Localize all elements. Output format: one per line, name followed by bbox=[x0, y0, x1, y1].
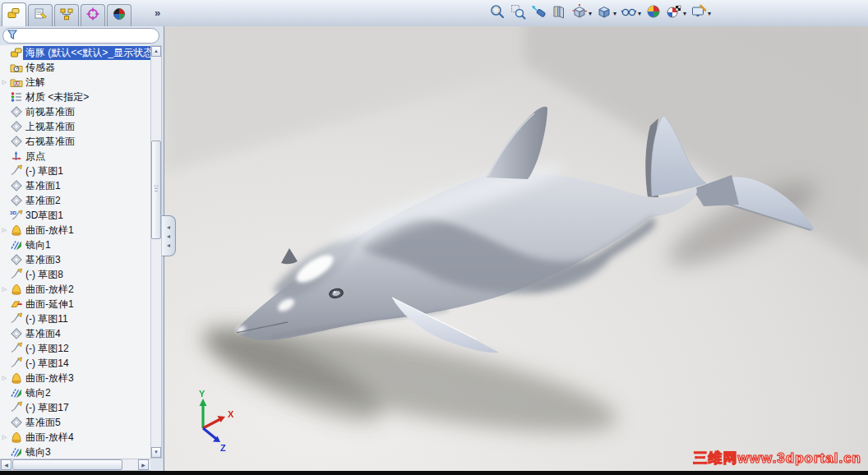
vertical-scroll-thumb[interactable] bbox=[151, 141, 161, 239]
tree-item[interactable]: ▷曲面-放样4 bbox=[0, 430, 151, 445]
tree-item[interactable]: 基准面1 bbox=[0, 178, 151, 193]
tree-item[interactable]: 材质 <未指定> bbox=[0, 90, 151, 104]
tree-item-label: 注解 bbox=[23, 76, 45, 90]
dropdown-arrow-icon[interactable]: ▾ bbox=[683, 10, 686, 17]
tree-item[interactable]: ▷曲面-放样2 bbox=[0, 282, 151, 297]
tree-item-label: 传感器 bbox=[23, 61, 55, 75]
feature-manager-panel: 海豚 (默认<<默认>_显示状态 传感器▷A注解材质 <未指定>前视基准面上视基… bbox=[0, 26, 164, 471]
tree-item[interactable]: 基准面5 bbox=[0, 415, 151, 430]
mirror-icon bbox=[9, 238, 23, 251]
tree-item-label: (-) 草图11 bbox=[23, 312, 68, 326]
tree-item[interactable]: (-) 草图1 bbox=[0, 164, 151, 178]
collapse-arrow-icon: ◄ bbox=[166, 233, 172, 239]
dropdown-arrow-icon[interactable]: ▾ bbox=[589, 10, 592, 17]
mirror-icon bbox=[9, 445, 23, 459]
tree-item[interactable]: (-) 草图11 bbox=[0, 311, 151, 326]
hide-show-items-button[interactable]: ▾ bbox=[620, 3, 642, 23]
tree-item-label: (-) 草图12 bbox=[23, 342, 69, 356]
loft-icon bbox=[9, 371, 23, 385]
scroll-right-button[interactable]: ▶ bbox=[138, 459, 149, 470]
tree-item[interactable]: 曲面-延伸1 bbox=[0, 297, 151, 311]
tree-item[interactable]: 3D3D草图1 bbox=[0, 208, 151, 223]
display-style-icon bbox=[596, 3, 612, 23]
tree-item[interactable]: 传感器 bbox=[0, 60, 151, 75]
zoom-area-button[interactable] bbox=[509, 3, 527, 23]
view-orientation-button[interactable]: ▾ bbox=[570, 3, 593, 23]
expand-arrow[interactable]: ▷ bbox=[0, 434, 9, 440]
plane-icon bbox=[9, 105, 23, 118]
tree-item[interactable]: (-) 草图8 bbox=[0, 267, 151, 282]
display-style-button[interactable]: ▾ bbox=[595, 3, 617, 23]
tree-item[interactable]: (-) 草图14 bbox=[0, 356, 151, 371]
configuration-manager-icon bbox=[59, 7, 74, 25]
dropdown-arrow-icon[interactable]: ▾ bbox=[638, 10, 641, 17]
filter-funnel-icon bbox=[7, 29, 18, 44]
tree-item[interactable]: ▷曲面-放样3 bbox=[0, 371, 151, 385]
window-bottom-edge bbox=[0, 471, 868, 475]
tree-horizontal-scrollbar[interactable]: ◀ ▶ bbox=[0, 459, 151, 471]
svg-text:3D: 3D bbox=[10, 210, 16, 215]
material-icon bbox=[9, 90, 23, 104]
previous-view-button[interactable] bbox=[529, 3, 547, 23]
tree-item[interactable]: 基准面3 bbox=[0, 252, 151, 267]
tree-item[interactable]: (-) 草图17 bbox=[0, 400, 151, 415]
tab-property-manager[interactable] bbox=[28, 4, 53, 26]
tree-filter-input[interactable] bbox=[18, 30, 159, 43]
tab-display-manager[interactable] bbox=[107, 4, 132, 26]
tree-item-label: 材质 <未指定> bbox=[23, 90, 89, 104]
edit-appearance-icon bbox=[690, 3, 707, 23]
scroll-down-button[interactable]: ▼ bbox=[151, 447, 161, 458]
features-tree-icon bbox=[7, 6, 21, 24]
tree-root-item[interactable]: 海豚 (默认<<默认>_显示状态 bbox=[0, 45, 151, 60]
tree-item[interactable]: ▷曲面-放样1 bbox=[0, 223, 151, 238]
panel-collapse-splitter[interactable]: ◄ ◄ ◄ bbox=[162, 215, 176, 256]
expand-arrow[interactable]: ▷ bbox=[0, 375, 9, 381]
horizontal-scroll-thumb[interactable] bbox=[12, 459, 122, 470]
tree-item[interactable]: 镜向2 bbox=[0, 385, 151, 400]
tree-item-label: 曲面-放样3 bbox=[23, 371, 74, 385]
edit-appearance-button[interactable]: ▾ bbox=[690, 3, 712, 23]
expand-arrow[interactable]: ▷ bbox=[0, 286, 9, 293]
zoom-fit-button[interactable] bbox=[488, 3, 506, 23]
feature-manager-tabs bbox=[2, 2, 133, 26]
tree-item[interactable]: 前视基准面 bbox=[0, 104, 151, 119]
mirror-icon bbox=[9, 386, 23, 399]
3d-scene[interactable]: Y X Z bbox=[164, 26, 868, 471]
view-settings-icon bbox=[666, 3, 682, 23]
tree-item[interactable]: 基准面2 bbox=[0, 193, 151, 208]
expand-arrow[interactable]: ▷ bbox=[0, 79, 9, 85]
section-view-button[interactable] bbox=[550, 3, 568, 23]
plane-icon bbox=[9, 135, 23, 148]
tree-item-label: 镜向2 bbox=[23, 386, 51, 400]
view-settings-button[interactable]: ▾ bbox=[665, 3, 687, 23]
tree-item[interactable]: 镜向1 bbox=[0, 238, 151, 252]
tree-item[interactable]: ▷A注解 bbox=[0, 75, 151, 90]
dropdown-arrow-icon[interactable]: ▾ bbox=[613, 10, 616, 17]
tree-item[interactable]: 上视基准面 bbox=[0, 119, 151, 134]
tree-item-label: (-) 草图17 bbox=[23, 401, 69, 415]
tab-dimxpert-manager[interactable] bbox=[81, 4, 105, 26]
collapse-arrow-icon: ◄ bbox=[166, 224, 172, 230]
sketch-icon bbox=[9, 312, 23, 325]
tree-item[interactable]: 镜向3 bbox=[0, 445, 151, 459]
tree-item[interactable]: 右视基准面 bbox=[0, 134, 151, 149]
tabs-overflow-chevron[interactable]: » bbox=[155, 7, 160, 19]
tree-item[interactable]: 原点 bbox=[0, 149, 151, 164]
zoom-area-icon bbox=[510, 3, 526, 23]
expand-arrow[interactable]: ▷ bbox=[0, 227, 9, 233]
apply-scene-button[interactable] bbox=[644, 3, 663, 23]
sketch-icon bbox=[9, 357, 23, 370]
sketch-icon bbox=[9, 342, 23, 355]
viewport[interactable]: Y X Z 三维网www.3dportal.cn bbox=[164, 26, 868, 471]
scroll-left-button[interactable]: ◀ bbox=[1, 459, 12, 470]
tree-item-label: 基准面1 bbox=[23, 179, 61, 193]
tab-configuration-manager[interactable] bbox=[54, 4, 79, 26]
tree-item[interactable]: 基准面4 bbox=[0, 326, 151, 341]
tree-item[interactable]: (-) 草图12 bbox=[0, 341, 151, 356]
tab-features-tree[interactable] bbox=[2, 2, 26, 26]
tree-vertical-scrollbar[interactable]: ▲ ▼ bbox=[150, 45, 162, 459]
scroll-up-button[interactable]: ▲ bbox=[151, 46, 161, 57]
hide-show-items-icon bbox=[621, 3, 637, 23]
dropdown-arrow-icon[interactable]: ▾ bbox=[708, 10, 711, 17]
tree-item-label: (-) 草图14 bbox=[23, 357, 69, 371]
